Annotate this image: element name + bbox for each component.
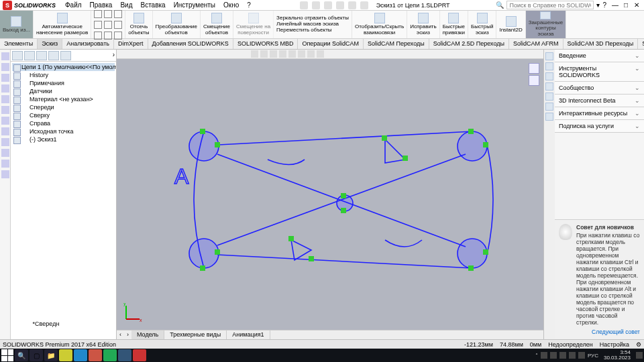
selection-filter-icon[interactable] bbox=[1, 127, 9, 135]
offset-surface-button[interactable]: Смещение на поверхности bbox=[233, 11, 274, 38]
hide-show-icon[interactable] bbox=[288, 50, 296, 58]
help-icon[interactable]: ? bbox=[602, 1, 606, 9]
selection-filter-icon[interactable] bbox=[1, 160, 9, 168]
menu-view[interactable]: Вид bbox=[117, 1, 135, 9]
tree-sketch1[interactable]: (-) Эскиз1 bbox=[12, 135, 115, 143]
custom-props-tab-icon[interactable] bbox=[545, 103, 553, 111]
tree-top-plane[interactable]: Сверху bbox=[12, 111, 115, 119]
view-palette-tab-icon[interactable] bbox=[545, 82, 553, 90]
panel-intro[interactable]: Введение bbox=[555, 50, 644, 62]
display-relations-button[interactable]: Отобразить/Скрыть взаимосвязи bbox=[352, 11, 407, 38]
app-icon[interactable] bbox=[89, 349, 102, 361]
arc-icon[interactable] bbox=[104, 21, 112, 29]
fm-tab-tree-icon[interactable] bbox=[12, 51, 23, 60]
tree-history[interactable]: History bbox=[12, 71, 115, 79]
selection-filter-icon[interactable] bbox=[1, 63, 9, 71]
forum-tab-icon[interactable] bbox=[545, 113, 553, 121]
shaded-contours-button[interactable]: Закрашенные контуры эскиза bbox=[526, 11, 567, 38]
zoom-fit-icon[interactable] bbox=[251, 50, 258, 58]
tab-features[interactable]: Элементы bbox=[0, 39, 38, 49]
spline-icon[interactable] bbox=[114, 21, 122, 29]
polygon-icon[interactable] bbox=[104, 32, 112, 40]
solidworks-taskbar-icon[interactable] bbox=[133, 349, 146, 361]
fm-tab-display-icon[interactable] bbox=[60, 51, 71, 60]
instant2d-button[interactable]: Instant2D bbox=[496, 11, 525, 38]
search-dropdown-icon[interactable]: ▾ bbox=[596, 1, 600, 9]
tab-sketch[interactable]: Эскиз bbox=[38, 39, 62, 49]
tab-mbd[interactable]: SOLIDWORKS MBD bbox=[233, 39, 299, 49]
tree-origin[interactable]: Исходная точка bbox=[12, 127, 115, 135]
file-explorer-tab-icon[interactable] bbox=[545, 72, 553, 80]
bottom-tab-model[interactable]: Модель bbox=[131, 330, 164, 339]
fm-tab-config-icon[interactable] bbox=[36, 51, 47, 60]
tab-solidcam-multi[interactable]: SolidCAM Многоосевая обработка bbox=[638, 39, 644, 49]
panel-subscription[interactable]: Подписка на услуги bbox=[555, 120, 644, 133]
fm-tab-dimxpert-icon[interactable] bbox=[48, 51, 59, 60]
selection-filter-icon[interactable] bbox=[1, 52, 9, 60]
bottom-tab-motion[interactable]: Анимация1 bbox=[227, 330, 270, 339]
repair-sketch-button[interactable]: Исправить эскиз bbox=[407, 11, 440, 38]
action-center-icon[interactable] bbox=[636, 352, 643, 359]
language-indicator[interactable]: РУС bbox=[588, 353, 598, 359]
print-icon[interactable] bbox=[336, 1, 344, 9]
offset-button[interactable]: Смещение объектов bbox=[201, 11, 233, 38]
rapid-sketch-button[interactable]: Быстрый эскиз bbox=[468, 11, 496, 38]
tree-annotations[interactable]: Примечания bbox=[12, 79, 115, 87]
start-button[interactable] bbox=[1, 349, 13, 361]
selection-filter-icon[interactable] bbox=[1, 170, 9, 178]
design-library-tab-icon[interactable] bbox=[545, 62, 553, 70]
appearance-icon[interactable] bbox=[298, 50, 305, 58]
tab-solidcam-trans[interactable]: SolidCAM Переходы bbox=[364, 39, 429, 49]
chrome-icon[interactable] bbox=[74, 349, 87, 361]
selection-filter-icon[interactable] bbox=[1, 149, 9, 157]
tray-icon[interactable] bbox=[541, 352, 547, 359]
tree-material[interactable]: Материал <не указан> bbox=[12, 95, 115, 103]
tab-scroll-right-icon[interactable]: › bbox=[124, 330, 131, 339]
tree-right-plane[interactable]: Справа bbox=[12, 119, 115, 127]
trim-button[interactable]: Отсечь объекты bbox=[125, 11, 152, 38]
app-icon[interactable] bbox=[103, 349, 117, 361]
selection-filter-icon[interactable] bbox=[1, 138, 9, 146]
volume-icon[interactable] bbox=[578, 352, 585, 359]
selection-filter-icon[interactable] bbox=[1, 95, 9, 103]
search-input[interactable] bbox=[506, 1, 594, 9]
view-settings-icon[interactable] bbox=[317, 50, 324, 58]
tree-root[interactable]: Цепи 1 (По умолчанию<<По умолчани bbox=[12, 63, 115, 71]
tree-sensors[interactable]: Датчики bbox=[12, 87, 115, 95]
taskview-icon[interactable]: ▢ bbox=[30, 349, 43, 361]
fm-tab-more-icon[interactable]: › bbox=[113, 51, 115, 60]
zoom-area-icon[interactable] bbox=[260, 50, 268, 58]
convert-button[interactable]: Преобразование объектов bbox=[153, 11, 201, 38]
line-icon[interactable] bbox=[94, 10, 102, 18]
quick-snaps-button[interactable]: Быстрые привязки bbox=[440, 11, 468, 38]
status-gear-icon[interactable]: ⚙ bbox=[636, 341, 641, 348]
menu-edit[interactable]: Правка bbox=[87, 1, 115, 9]
tab-solidcam-ops[interactable]: Операции SolidCAM bbox=[298, 39, 364, 49]
menu-window[interactable]: Окно bbox=[221, 1, 241, 9]
graphics-viewport[interactable]: A yx bbox=[117, 59, 543, 330]
selection-filter-icon[interactable] bbox=[1, 106, 9, 114]
selection-filter-icon[interactable] bbox=[1, 117, 9, 125]
tray-icon[interactable] bbox=[559, 352, 566, 359]
word-icon[interactable] bbox=[118, 349, 131, 361]
rect-icon[interactable] bbox=[104, 10, 112, 18]
appearances-tab-icon[interactable] bbox=[545, 93, 553, 101]
clock[interactable]: 3:54 30.03.2023 bbox=[601, 350, 633, 361]
tab-solidcam-25d[interactable]: SolidCAM 2.5D Переходы bbox=[429, 39, 509, 49]
menu-file[interactable]: Файл bbox=[62, 1, 85, 9]
circle-icon[interactable] bbox=[94, 21, 102, 29]
menu-help[interactable]: ? bbox=[244, 1, 254, 9]
tray-icon[interactable] bbox=[550, 352, 557, 359]
tab-solidcam-afrm[interactable]: SolidCAM AFRM bbox=[509, 39, 564, 49]
panel-tools[interactable]: Инструменты SOLIDWORKS bbox=[555, 62, 644, 82]
customize-label[interactable]: Настройка bbox=[600, 341, 629, 348]
selection-filter-icon[interactable] bbox=[1, 74, 9, 82]
smart-dimension-button[interactable]: Автоматическое нанесение размеров bbox=[34, 11, 91, 38]
explorer-icon[interactable]: 📁 bbox=[44, 349, 58, 361]
bottom-tab-3dviews[interactable]: Трехмерные виды bbox=[164, 330, 227, 339]
menu-tools[interactable]: Инструменты bbox=[171, 1, 218, 9]
options-icon[interactable] bbox=[360, 1, 368, 9]
tab-scroll-left-icon[interactable]: ‹ bbox=[117, 330, 124, 339]
tab-swaddins[interactable]: Добавления SOLIDWORKS bbox=[148, 39, 233, 49]
network-icon[interactable] bbox=[569, 352, 576, 359]
